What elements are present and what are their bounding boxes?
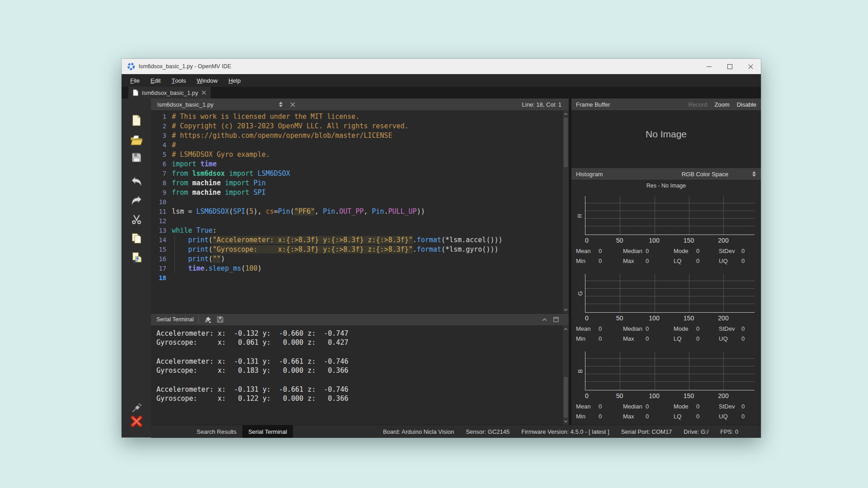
- status-tab-search-results[interactable]: Search Results: [191, 425, 242, 438]
- gridline-horizontal: [585, 358, 755, 359]
- stat-max: Max0: [623, 335, 674, 342]
- gridline-vertical: [620, 352, 620, 390]
- code-line: 2# Copyright (c) 2013-2023 OpenMV LLC. A…: [151, 122, 569, 131]
- maximize-button[interactable]: [719, 59, 740, 74]
- open-file-button[interactable]: [130, 135, 143, 146]
- menu-edit[interactable]: Edit: [145, 74, 166, 87]
- cursor-position: Line: 18, Col: 1: [522, 101, 569, 108]
- scrollbar-thumb[interactable]: [564, 117, 568, 167]
- stat-label: UQ: [719, 335, 741, 342]
- channel-plot-row: R: [575, 196, 755, 235]
- stat-mean: Mean0: [576, 325, 623, 332]
- stat-min: Min0: [576, 413, 623, 420]
- serial-terminal-output-area[interactable]: Accelerometer: x: -0.132 y: -0.660 z: -0…: [151, 325, 569, 425]
- token-module-bold: machine: [192, 179, 221, 187]
- code-text: print("Gyroscope: x:{:>8.3f} y:{:>8.3f} …: [172, 245, 498, 254]
- color-space-select[interactable]: RGB Color Space: [682, 171, 728, 178]
- stats-row: Min0Max0LQ0UQ0: [576, 256, 755, 266]
- code-editor[interactable]: 1# This work is licensed under the MIT l…: [151, 110, 569, 313]
- maximize-panel-icon[interactable]: [553, 317, 559, 322]
- scroll-down-icon[interactable]: [563, 306, 569, 313]
- token-plain: (: [208, 236, 212, 244]
- minimize-icon: [707, 66, 712, 67]
- token-plain: ): [258, 264, 262, 272]
- token-str: "PF6": [294, 207, 315, 216]
- copy-button[interactable]: [131, 233, 142, 244]
- cut-button[interactable]: [131, 214, 142, 225]
- scroll-down-icon[interactable]: [563, 418, 569, 424]
- document-selector[interactable]: lsm6dsox_basic_1.py: [151, 101, 283, 108]
- clear-log-icon[interactable]: [204, 316, 212, 324]
- tab-label: lsm6dsox_basic_1.py: [142, 89, 198, 96]
- title-bar[interactable]: lsm6dsox_basic_1.py - OpenMV IDE: [122, 59, 761, 74]
- terminal-block: Accelerometer: x: -0.132 y: -0.660 z: -0…: [156, 329, 569, 347]
- document-selector-label: lsm6dsox_basic_1.py: [157, 101, 213, 108]
- x-tick: 150: [684, 392, 694, 399]
- code-text: import time: [172, 160, 217, 169]
- tab-close-icon[interactable]: [202, 90, 206, 95]
- save-log-icon[interactable]: [217, 316, 223, 323]
- undo-button[interactable]: [130, 176, 142, 187]
- token-plain: ): [221, 255, 225, 263]
- save-file-button[interactable]: [131, 152, 142, 163]
- token-module: time: [200, 160, 217, 168]
- stat-value: 0: [646, 335, 649, 342]
- terminal-line: Gyroscope: x: 0.183 y: 0.000 z: 0.366: [156, 366, 569, 375]
- plug-icon: [131, 402, 142, 413]
- editor-scrollbar[interactable]: [563, 110, 569, 313]
- gridline-vertical: [689, 352, 689, 390]
- split-close-button[interactable]: [290, 102, 295, 107]
- color-space-spinner[interactable]: [752, 171, 756, 177]
- token-attr: OUT_PP: [339, 207, 363, 216]
- new-file-button[interactable]: [131, 114, 142, 127]
- stat-value: 0: [599, 325, 602, 332]
- close-button[interactable]: [740, 59, 761, 74]
- token-plain: .: [413, 236, 417, 244]
- maximize-icon: [727, 64, 732, 69]
- token-plain: (*lsm.gyro())): [441, 245, 498, 253]
- code-line: 9from machine import SPI: [151, 188, 569, 197]
- menu-help[interactable]: Help: [223, 74, 246, 87]
- terminal-line: Gyroscope: x: 0.061 y: 0.000 z: 0.427: [156, 338, 569, 347]
- code-line: 12: [151, 216, 569, 226]
- x-tick: 200: [718, 314, 728, 322]
- histogram-header: Histogram RGB Color Space: [571, 168, 761, 180]
- status-tab-serial-terminal[interactable]: Serial Terminal: [242, 425, 293, 438]
- spinner-arrows-icon: [752, 171, 756, 177]
- collapse-panel-icon[interactable]: [542, 318, 547, 321]
- zoom-button[interactable]: Zoom: [714, 101, 729, 108]
- tab-lsm6dsox-basic-1[interactable]: lsm6dsox_basic_1.py: [128, 87, 211, 99]
- terminal-scrollbar[interactable]: [563, 325, 569, 425]
- menu-window[interactable]: Window: [191, 74, 223, 87]
- board-status: Board: Arduino Nicla Vision: [383, 428, 454, 435]
- stat-label: Max: [623, 258, 646, 264]
- scroll-up-icon[interactable]: [563, 326, 569, 332]
- menu-file[interactable]: File: [125, 74, 145, 87]
- stat-value: 0: [646, 248, 649, 254]
- gridline-horizontal: [585, 281, 755, 281]
- record-button[interactable]: Record: [688, 101, 707, 108]
- stat-label: UQ: [719, 258, 741, 264]
- stat-label: StDev: [719, 325, 741, 332]
- code-text: # Copyright (c) 2013-2023 OpenMV LLC. Al…: [172, 122, 409, 131]
- x-tick: 50: [616, 237, 623, 244]
- minimize-button[interactable]: [698, 59, 719, 74]
- token-type: True: [196, 226, 212, 235]
- stop-script-button[interactable]: [130, 415, 143, 428]
- token-plain: =: [274, 207, 278, 216]
- x-tick: 0: [585, 314, 589, 322]
- status-fields: Board: Arduino Nicla Vision Sensor: GC21…: [383, 428, 761, 435]
- gridline-horizontal: [585, 218, 755, 219]
- token-type: format: [417, 245, 441, 253]
- line-number: 6: [151, 160, 166, 169]
- scrollbar-thumb[interactable]: [564, 377, 568, 418]
- token-type: print: [188, 255, 208, 263]
- redo-button[interactable]: [130, 195, 142, 206]
- gridline-vertical: [655, 274, 655, 312]
- token-kw: import: [229, 169, 253, 178]
- disable-button[interactable]: Disable: [737, 101, 756, 108]
- paste-button[interactable]: [131, 252, 142, 263]
- scroll-up-icon[interactable]: [563, 111, 569, 117]
- menu-tools[interactable]: Tools: [166, 74, 191, 87]
- connect-button[interactable]: [131, 402, 142, 413]
